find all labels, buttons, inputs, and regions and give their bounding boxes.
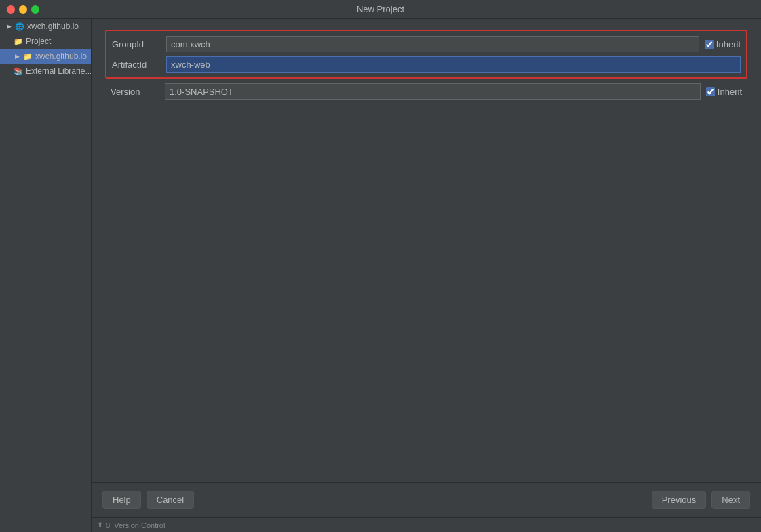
groupid-row: GroupId Inherit: [106, 34, 746, 54]
version-control-icon: ⬆: [97, 520, 103, 529]
sidebar-item-project[interactable]: 📁 Project: [0, 34, 91, 49]
sidebar-item-xwch-folder[interactable]: ▶ 📁 xwch.github.io: [0, 49, 91, 64]
window-title: New Project: [357, 4, 404, 14]
sidebar-item-label: xwch.github.io: [27, 22, 79, 31]
form-area: GroupId Inherit ArtifactId: [92, 19, 761, 482]
artifactid-input-container: [166, 56, 741, 73]
version-inherit-container: Inherit: [706, 87, 742, 97]
groupid-inherit-checkbox[interactable]: [705, 40, 714, 49]
artifactid-row: ArtifactId: [106, 54, 746, 75]
bottom-right-buttons: Previous Next: [652, 491, 750, 509]
sidebar-item-label: External Librarie...: [26, 66, 91, 76]
next-button[interactable]: Next: [711, 491, 750, 509]
expand-icon: ▶: [14, 53, 20, 60]
artifactid-label: ArtifactId: [112, 60, 166, 70]
version-control-status: ⬆ 0: Version Control: [97, 520, 165, 529]
groupid-label: GroupId: [112, 39, 166, 49]
version-label: Version: [111, 87, 165, 97]
sidebar: ▶ 🌐 xwch.github.io 📁 Project ▶ 📁 xwch.gi…: [0, 19, 92, 532]
sidebar-item-label: xwch.github.io: [35, 52, 87, 61]
maven-coordinates-section: GroupId Inherit ArtifactId: [105, 30, 747, 79]
version-input-container: [165, 83, 701, 100]
bottom-left-buttons: Help Cancel: [102, 491, 194, 509]
version-input[interactable]: [165, 83, 701, 100]
groupid-input-container: [166, 36, 699, 52]
folder-icon: 📁: [14, 37, 23, 46]
expand-icon: ▶: [5, 23, 12, 30]
window-controls: [7, 5, 39, 14]
close-button[interactable]: [7, 5, 15, 14]
folder-icon-2: 📁: [23, 52, 33, 61]
status-bar: ⬆ 0: Version Control: [92, 517, 761, 532]
library-icon: 📚: [14, 66, 23, 76]
groupid-inherit-container: Inherit: [705, 39, 741, 49]
minimize-button[interactable]: [19, 5, 27, 14]
sidebar-item-xwch-github[interactable]: ▶ 🌐 xwch.github.io: [0, 19, 91, 34]
groupid-inherit-label: Inherit: [716, 39, 741, 49]
groupid-input[interactable]: [166, 36, 699, 52]
previous-button[interactable]: Previous: [652, 491, 707, 509]
bottom-bar: Help Cancel Previous Next: [92, 482, 761, 517]
version-inherit-checkbox[interactable]: [706, 87, 715, 96]
version-row: Version Inherit: [105, 81, 747, 102]
help-button[interactable]: Help: [102, 491, 141, 509]
cancel-button[interactable]: Cancel: [147, 491, 194, 509]
sidebar-item-label: Project: [26, 37, 51, 46]
artifactid-input[interactable]: [166, 56, 741, 73]
globe-icon: 🌐: [15, 22, 24, 31]
sidebar-item-external-lib[interactable]: 📚 External Librarie...: [0, 64, 91, 79]
maximize-button[interactable]: [31, 5, 39, 14]
content-area: GroupId Inherit ArtifactId: [92, 19, 761, 532]
version-inherit-label: Inherit: [718, 87, 742, 97]
version-control-label: 0: Version Control: [106, 521, 165, 529]
titlebar: New Project: [0, 0, 761, 19]
